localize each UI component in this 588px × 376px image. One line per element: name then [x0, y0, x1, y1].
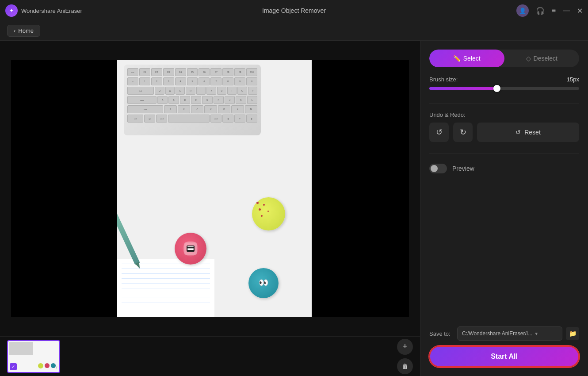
preview-toggle[interactable] — [429, 164, 447, 173]
brush-size-value: 15px — [567, 76, 579, 83]
save-path-input[interactable]: C:/Wondershare AniEraser/I... ▼ — [457, 326, 562, 341]
slider-fill — [429, 87, 497, 90]
add-image-button[interactable]: + — [397, 339, 413, 355]
main-layout: esc F1F2F3F4 F5F6F7F8 F9F10 ~123 4567 89… — [0, 41, 588, 376]
start-all-label: Start All — [491, 353, 518, 361]
thumbnail-item[interactable]: ✓ 7 — [7, 340, 60, 373]
redo-button[interactable]: ↻ — [453, 123, 473, 142]
reset-button[interactable]: ↺ Reset — [477, 123, 579, 142]
delete-image-button[interactable]: 🗑 — [397, 358, 413, 374]
pink-badge — [175, 233, 206, 265]
deselect-label: Deselect — [534, 55, 557, 62]
toggle-knob — [431, 165, 438, 172]
save-to-label: Save to: — [429, 330, 454, 337]
start-all-button[interactable]: Start All — [429, 346, 579, 367]
reset-icon: ↺ — [515, 129, 521, 136]
canvas-area[interactable]: esc F1F2F3F4 F5F6F7F8 F9F10 ~123 4567 89… — [0, 41, 420, 376]
undo-redo-label: Undo & Redo: — [429, 111, 466, 118]
slider-thumb[interactable] — [493, 85, 500, 92]
brush-icon: ✏️ — [453, 55, 461, 62]
photo-display: esc F1F2F3F4 F5F6F7F8 F9F10 ~123 4567 89… — [117, 60, 312, 317]
preview-section: Preview — [429, 164, 579, 173]
undo-redo-row: ↺ ↻ ↺ Reset — [429, 123, 579, 142]
eraser-icon: ◇ — [526, 55, 531, 62]
window-controls: 👤 🎧 ≡ — ✕ — [516, 4, 583, 17]
image-stage: esc F1F2F3F4 F5F6F7F8 F9F10 ~123 4567 89… — [11, 60, 409, 317]
spacer — [429, 173, 579, 326]
brush-size-label: Brush size: — [429, 76, 458, 83]
undo-button[interactable]: ↺ — [429, 123, 449, 142]
select-label: Select — [463, 55, 481, 62]
strip-actions: + 🗑 — [397, 339, 413, 374]
thumbnail-strip: ✓ 7 + 🗑 — [0, 336, 420, 376]
home-arrow-icon: ‹ — [14, 27, 15, 34]
select-deselect-toggle: ✏️ Select ◇ Deselect — [429, 50, 579, 67]
app-logo: ✦ — [5, 4, 18, 17]
save-to-row: Save to: C:/Wondershare AniEraser/I... ▼… — [429, 326, 579, 341]
yellow-badge — [252, 197, 285, 230]
keyboard-graphic: esc F1F2F3F4 F5F6F7F8 F9F10 ~123 4567 89… — [124, 65, 261, 135]
divider-1 — [429, 103, 579, 104]
undo-redo-section: Undo & Redo: ↺ ↻ ↺ Reset — [429, 111, 579, 142]
brush-size-section: Brush size: 15px — [429, 76, 579, 92]
home-label: Home — [18, 27, 34, 34]
thumb-circles — [38, 363, 56, 368]
deselect-button[interactable]: ◇ Deselect — [504, 50, 580, 67]
brush-size-label-row: Brush size: 15px — [429, 76, 579, 83]
folder-icon: 📁 — [569, 330, 577, 337]
brush-size-slider[interactable] — [429, 87, 579, 90]
pen-graphic — [117, 190, 140, 265]
avatar[interactable]: 👤 — [516, 4, 529, 17]
home-button[interactable]: ‹ Home — [7, 25, 40, 37]
thumbnail-number: 7 — [55, 365, 57, 370]
right-panel: ✏️ Select ◇ Deselect Brush size: 15px Un — [420, 41, 588, 376]
undo-redo-label-row: Undo & Redo: — [429, 111, 579, 118]
nav-bar: ‹ Home — [0, 21, 588, 41]
thumbnail-check: ✓ — [10, 363, 17, 370]
title-bar: ✦ Wondershare AniEraser Image Object Rem… — [0, 0, 588, 21]
black-left — [11, 60, 117, 317]
minimize-icon[interactable]: — — [563, 7, 570, 15]
preview-label: Preview — [452, 165, 474, 172]
divider-2 — [429, 153, 579, 154]
menu-icon[interactable]: ≡ — [552, 7, 556, 15]
close-icon[interactable]: ✕ — [577, 7, 583, 15]
folder-browse-button[interactable]: 📁 — [566, 327, 579, 340]
notebook-graphic — [117, 259, 214, 317]
thumb-keyboard — [9, 342, 33, 355]
dropdown-arrow-icon: ▼ — [534, 331, 538, 336]
headset-icon[interactable]: 🎧 — [536, 7, 545, 15]
reset-label: Reset — [524, 129, 541, 136]
logo-symbol: ✦ — [9, 8, 14, 14]
select-button[interactable]: ✏️ Select — [429, 50, 504, 67]
teal-badge: 👀 — [248, 268, 279, 298]
black-right — [312, 60, 409, 317]
save-path-text: C:/Wondershare AniEraser/I... — [462, 330, 532, 337]
page-title: Image Object Remover — [262, 7, 326, 14]
canvas-viewport[interactable]: esc F1F2F3F4 F5F6F7F8 F9F10 ~123 4567 89… — [0, 41, 420, 336]
